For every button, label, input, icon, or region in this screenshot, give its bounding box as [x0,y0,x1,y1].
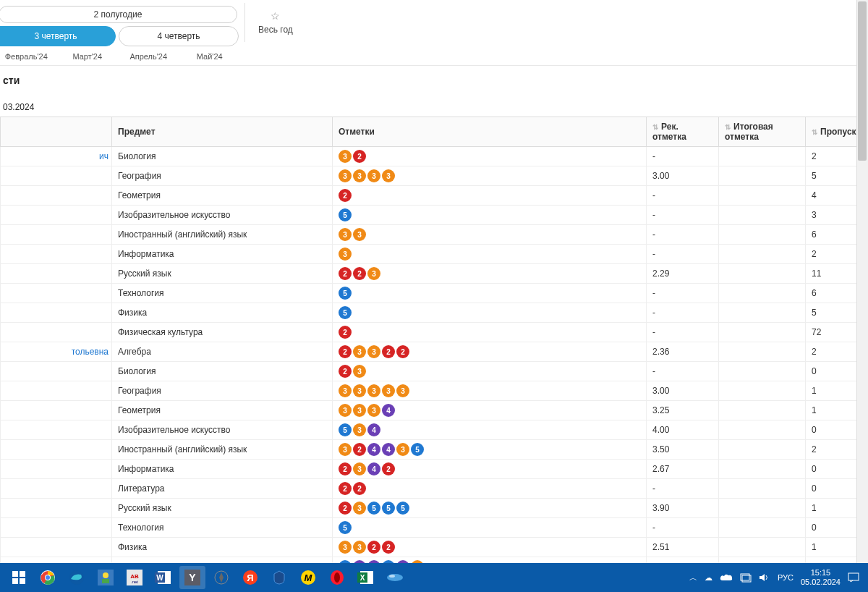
grade-badge[interactable]: 3 [382,169,395,182]
excel-icon[interactable]: X [353,566,379,589]
quarter-3-tab[interactable]: 3 четверть [0,26,116,46]
grade-badge[interactable]: 3 [367,404,380,417]
grade-badge[interactable]: 3 [339,404,352,417]
grade-badge[interactable]: 2 [339,326,352,339]
grade-badge[interactable]: 2 [339,462,352,475]
grade-badge[interactable]: 5 [339,521,352,534]
grade-badge[interactable]: 5 [367,502,380,515]
chrome-icon[interactable] [35,566,61,589]
col-final[interactable]: ⇅Итоговая отметка [719,117,806,147]
grade-badge[interactable]: 4 [382,443,395,456]
student-cell[interactable] [1,460,112,479]
student-cell[interactable] [1,225,112,245]
student-cell[interactable] [1,401,112,420]
grade-badge[interactable]: 3 [367,169,380,182]
start-button[interactable] [6,566,32,589]
student-cell[interactable] [1,245,112,264]
grade-badge[interactable]: 3 [353,423,366,436]
grade-badge[interactable]: 2 [396,345,409,358]
volume-icon[interactable] [759,572,770,583]
grade-badge[interactable]: 3 [353,345,366,358]
grade-badge[interactable]: 4 [367,462,380,475]
yandex-browser-icon[interactable]: Y [179,566,205,589]
lang-indicator[interactable]: РУС [778,573,793,582]
grade-badge[interactable]: 2 [382,541,395,554]
grade-badge[interactable]: 3 [353,169,366,182]
grade-badge[interactable]: 2 [353,443,366,456]
student-cell[interactable] [1,518,112,538]
student-cell[interactable] [1,284,112,303]
grade-badge[interactable]: 3 [353,502,366,515]
grade-badge[interactable]: 3 [353,541,366,554]
grade-badge[interactable]: 3 [339,384,352,397]
student-cell[interactable] [1,206,112,225]
month-may[interactable]: Май'24 [179,48,241,65]
app-icon-4[interactable] [266,566,292,589]
grade-badge[interactable]: 2 [353,267,366,280]
grade-badge[interactable]: 3 [353,462,366,475]
grade-badge[interactable]: 2 [382,462,395,475]
grade-badge[interactable]: 5 [396,502,409,515]
grade-badge[interactable]: 3 [339,443,352,456]
grade-badge[interactable]: 5 [339,423,352,436]
grade-badge[interactable]: 3 [353,384,366,397]
grade-badge[interactable]: 3 [353,228,366,241]
network-icon[interactable] [740,572,752,583]
grade-badge[interactable]: 2 [353,482,366,495]
grade-badge[interactable]: 5 [339,306,352,319]
col-rec[interactable]: ⇅Рек. отметка [647,117,719,147]
month-apr[interactable]: Апрель'24 [118,48,179,65]
clock[interactable]: 15:15 05.02.2024 [801,568,841,587]
grade-badge[interactable]: 5 [382,502,395,515]
student-cell[interactable] [1,362,112,381]
grade-badge[interactable]: 4 [382,404,395,417]
onedrive-icon[interactable] [720,573,733,582]
whole-year-button[interactable]: ☆ Весь год [244,3,306,42]
student-cell[interactable] [1,440,112,460]
grade-badge[interactable]: 3 [396,443,409,456]
opera-icon[interactable] [324,566,350,589]
grade-badge[interactable]: 5 [411,443,424,456]
grade-badge[interactable]: 2 [353,150,366,163]
grade-badge[interactable]: 3 [339,248,352,261]
student-cell[interactable] [1,420,112,440]
word-icon[interactable]: W [150,566,176,589]
student-cell[interactable] [1,538,112,557]
student-cell[interactable] [1,303,112,323]
notifications-icon[interactable] [848,572,859,583]
scroll-thumb[interactable] [858,1,867,161]
grade-badge[interactable]: 5 [339,208,352,221]
student-cell[interactable] [1,323,112,342]
grade-badge[interactable]: 2 [339,365,352,378]
month-feb[interactable]: Февраль'24 [0,48,57,65]
grade-badge[interactable]: 3 [339,541,352,554]
student-cell[interactable]: ич [1,147,112,166]
grade-badge[interactable]: 2 [382,345,395,358]
app-icon-5[interactable]: М [295,566,321,589]
grade-badge[interactable]: 3 [396,384,409,397]
grade-badge[interactable]: 2 [367,541,380,554]
grade-badge[interactable]: 2 [339,267,352,280]
col-subject[interactable]: Предмет [112,117,333,147]
col-student[interactable] [1,117,112,147]
student-cell[interactable]: тольевна [1,342,112,362]
grade-badge[interactable]: 4 [367,443,380,456]
grade-badge[interactable]: 3 [339,150,352,163]
grade-badge[interactable]: 2 [339,189,352,202]
app-icon-6[interactable] [382,566,408,589]
grade-badge[interactable]: 3 [339,228,352,241]
edge-icon[interactable] [64,566,90,589]
student-cell[interactable] [1,186,112,206]
grade-badge[interactable]: 2 [339,482,352,495]
scrollbar[interactable] [856,0,868,563]
month-mar[interactable]: Март'24 [57,48,119,65]
app-icon-3[interactable] [208,566,234,589]
grade-badge[interactable]: 4 [367,423,380,436]
student-cell[interactable] [1,264,112,284]
tray-chevron-icon[interactable]: ︿ [689,572,697,583]
student-cell[interactable] [1,166,112,186]
quarter-4-tab[interactable]: 4 четверть [119,26,239,46]
grade-badge[interactable]: 3 [367,267,380,280]
grade-badge[interactable]: 3 [367,345,380,358]
grade-badge[interactable]: 3 [367,384,380,397]
